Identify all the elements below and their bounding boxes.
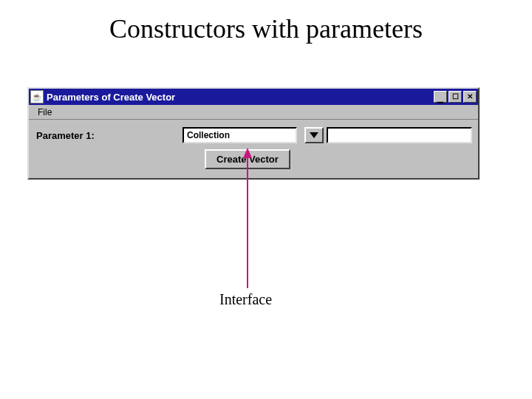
parameter-1-value-input[interactable] <box>327 127 472 143</box>
close-button[interactable]: ✕ <box>463 91 477 103</box>
parameter-1-type-combo[interactable]: Collection <box>183 127 324 143</box>
menubar: File <box>29 105 478 120</box>
combo-value: Collection <box>183 127 297 143</box>
maximize-button[interactable]: ☐ <box>449 91 462 103</box>
minimize-button[interactable]: ▁ <box>434 91 447 103</box>
client-area: Parameter 1: Collection Create Vector <box>29 120 478 178</box>
window-title: Parameters of Create Vector <box>47 92 434 103</box>
button-row: Create Vector <box>35 149 472 169</box>
java-icon: ☕ <box>30 90 44 103</box>
dialog-window: ☕ Parameters of Create Vector ▁ ☐ ✕ File… <box>27 87 480 180</box>
annotation-interface-label: Interface <box>219 291 272 308</box>
svg-marker-0 <box>310 132 318 138</box>
window-controls: ▁ ☐ ✕ <box>434 91 477 103</box>
menu-file[interactable]: File <box>33 106 56 119</box>
parameter-row: Parameter 1: Collection <box>35 127 472 143</box>
titlebar[interactable]: ☕ Parameters of Create Vector ▁ ☐ ✕ <box>29 89 478 105</box>
chevron-down-icon[interactable] <box>304 127 324 143</box>
parameter-1-label: Parameter 1: <box>35 130 183 141</box>
create-vector-button[interactable]: Create Vector <box>205 149 290 169</box>
slide-title: Constructors with parameters <box>0 13 532 44</box>
